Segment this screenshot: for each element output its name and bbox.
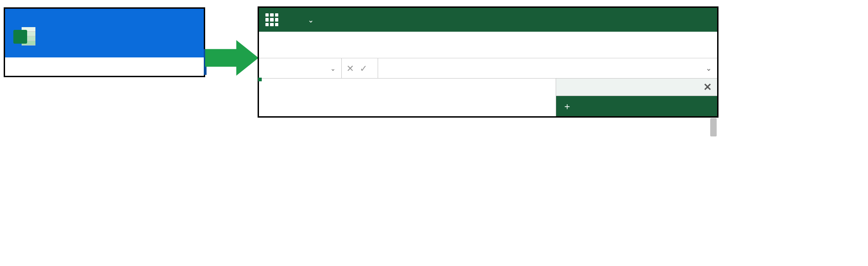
cell-selection [259,79,261,80]
close-icon[interactable]: ✕ [703,81,712,93]
accept-icon[interactable]: ✓ [360,63,368,74]
plus-icon: ＋ [563,100,572,113]
excel-window: ⌄ ⌄ ✕ ✓ ⌄ ✕ ＋ [258,6,719,118]
contoso-header [5,9,204,57]
ribbon-tabs [259,32,717,58]
name-box[interactable]: ⌄ [259,58,342,78]
formula-input[interactable] [378,58,700,78]
contoso-panel [4,7,205,77]
arrow-icon [205,40,259,76]
spreadsheet-grid[interactable] [259,79,556,116]
app-launcher-icon[interactable] [265,13,278,26]
scrollbar-thumb[interactable] [710,118,717,136]
formula-bar-row: ⌄ ✕ ✓ ⌄ [259,58,717,79]
excel-icon [13,26,35,46]
formula-controls: ✕ ✓ [342,58,378,78]
open-in-excel-link[interactable] [13,26,195,46]
contoso-body [5,57,204,76]
new-button[interactable]: ＋ [563,100,575,113]
excel-titlebar: ⌄ [259,8,717,32]
chevron-down-icon[interactable]: ⌄ [700,64,717,73]
cancel-icon[interactable]: ✕ [346,63,354,74]
task-pane: ✕ ＋ [556,79,717,116]
svg-marker-0 [205,40,259,75]
chevron-down-icon[interactable]: ⌄ [308,16,314,24]
chevron-down-icon[interactable]: ⌄ [330,65,336,72]
fill-handle[interactable] [258,78,262,81]
task-pane-header: ✕ [556,79,717,96]
task-pane-toolbar: ＋ [556,96,717,116]
